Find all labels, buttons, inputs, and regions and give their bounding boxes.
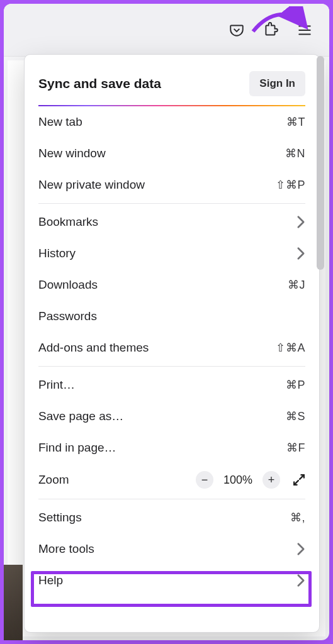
menu-item-label: More tools bbox=[38, 542, 296, 556]
sign-in-button[interactable]: Sign In bbox=[249, 71, 305, 96]
zoom-out-button[interactable]: − bbox=[196, 471, 213, 489]
menu-item-label: New window bbox=[38, 147, 285, 160]
shortcut-label: ⌘F bbox=[286, 441, 305, 455]
zoom-in-button[interactable]: + bbox=[262, 471, 280, 489]
scrollbar-thumb[interactable] bbox=[317, 56, 324, 270]
zoom-value: 100% bbox=[222, 474, 254, 487]
hamburger-menu-icon[interactable] bbox=[295, 21, 314, 40]
menu-header: Sync and save data Sign In bbox=[25, 57, 319, 105]
menu-item-new-tab[interactable]: New tab⌘T bbox=[25, 106, 319, 138]
shortcut-label: ⇧⌘A bbox=[276, 341, 305, 355]
menu-item-label: Downloads bbox=[38, 278, 288, 292]
menu-item-zoom: Zoom − 100% + bbox=[25, 464, 319, 496]
menu-item-passwords[interactable]: Passwords bbox=[25, 301, 319, 332]
zoom-label: Zoom bbox=[38, 473, 187, 487]
shortcut-label: ⌘S bbox=[286, 409, 305, 423]
menu-item-new-private-window[interactable]: New private window⇧⌘P bbox=[25, 169, 319, 201]
chevron-right-icon bbox=[296, 542, 305, 556]
shortcut-label: ⌘N bbox=[285, 147, 305, 160]
shortcut-label: ⇧⌘P bbox=[276, 178, 305, 192]
menu-item-label: Find in page… bbox=[38, 441, 286, 455]
menu-item-addons[interactable]: Add-ons and themes⇧⌘A bbox=[25, 332, 319, 364]
menu-item-downloads[interactable]: Downloads⌘J bbox=[25, 269, 319, 301]
shortcut-label: ⌘, bbox=[290, 511, 305, 525]
menu-item-label: Settings bbox=[38, 511, 290, 525]
pocket-icon[interactable] bbox=[227, 21, 246, 40]
background-sliver bbox=[4, 565, 23, 640]
shortcut-label: ⌘P bbox=[286, 378, 305, 392]
chevron-right-icon bbox=[296, 574, 305, 587]
chevron-right-icon bbox=[296, 247, 305, 260]
shortcut-label: ⌘T bbox=[286, 115, 305, 129]
menu-item-save-as[interactable]: Save page as…⌘S bbox=[25, 401, 319, 432]
menu-item-label: New private window bbox=[38, 178, 276, 192]
menu-item-new-window[interactable]: New window⌘N bbox=[25, 138, 319, 169]
menu-item-label: Print… bbox=[38, 378, 286, 392]
sync-title: Sync and save data bbox=[38, 76, 161, 91]
browser-toolbar bbox=[4, 4, 329, 57]
menu-item-label: Add-ons and themes bbox=[38, 341, 276, 355]
menu-item-more-tools[interactable]: More tools bbox=[25, 533, 319, 565]
app-menu-popup: Sync and save data Sign In New tab⌘TNew … bbox=[24, 54, 320, 633]
menu-separator bbox=[38, 499, 305, 499]
menu-item-find[interactable]: Find in page…⌘F bbox=[25, 432, 319, 464]
menu-separator bbox=[38, 203, 305, 204]
fullscreen-icon[interactable] bbox=[293, 474, 305, 486]
menu-item-label: New tab bbox=[38, 115, 286, 129]
menu-item-label: Bookmarks bbox=[38, 215, 296, 229]
menu-item-history[interactable]: History bbox=[25, 238, 319, 269]
menu-item-label: Save page as… bbox=[38, 409, 286, 423]
menu-item-settings[interactable]: Settings⌘, bbox=[25, 502, 319, 533]
menu-item-bookmarks[interactable]: Bookmarks bbox=[25, 206, 319, 238]
extensions-icon[interactable] bbox=[261, 21, 280, 40]
menu-separator bbox=[38, 366, 305, 367]
menu-item-print[interactable]: Print…⌘P bbox=[25, 369, 319, 401]
shortcut-label: ⌘J bbox=[288, 278, 305, 292]
menu-item-label: Passwords bbox=[38, 309, 305, 323]
menu-item-help[interactable]: Help bbox=[25, 565, 319, 596]
menu-item-label: Help bbox=[38, 574, 296, 587]
chevron-right-icon bbox=[296, 215, 305, 229]
menu-item-label: History bbox=[38, 247, 296, 260]
